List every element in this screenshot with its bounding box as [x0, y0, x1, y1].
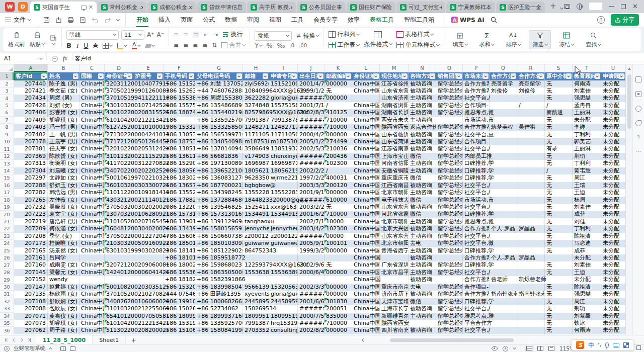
- cell-N8[interactable]: 返点合作伙: [409, 124, 436, 131]
- cell-G5[interactable]: +86 1354866895: [195, 102, 243, 109]
- row-header-8[interactable]: 8: [0, 124, 14, 131]
- cell-L31[interactable]: China中国: [352, 291, 380, 298]
- cell-Q16[interactable]: [490, 182, 517, 189]
- cell-K30[interactable]: 000000: [325, 284, 352, 291]
- cell-U10[interactable]: 未分配: [601, 138, 625, 145]
- cell-S3[interactable]: 无: [545, 87, 573, 95]
- cell-G20[interactable]: +86 1573130169: [195, 211, 243, 218]
- cell-K14[interactable]: /: [325, 167, 352, 174]
- cell-E29[interactable]: [133, 276, 164, 283]
- cell-T16[interactable]: 王瑞: [573, 182, 601, 189]
- justify-icon[interactable]: ≡: [202, 42, 207, 48]
- file-tab[interactable]: S可过_支付宝+_滴滴: [396, 2, 445, 13]
- cell-U36[interactable]: 未分配: [601, 327, 625, 334]
- cell-B5[interactable]: 刘妍 (女): [48, 102, 79, 109]
- scroll-up-arrow-icon[interactable]: [628, 67, 631, 70]
- cell-U11[interactable]: 未分配: [601, 145, 625, 152]
- cell-T4[interactable]: 强思喆: [573, 95, 601, 102]
- cell-B3[interactable]: 季文茹 (女): [48, 87, 79, 95]
- cell-H31[interactable]: xyevents@: [243, 291, 269, 298]
- cell-U30[interactable]: 未分配: [601, 284, 625, 291]
- cell-C17[interactable]: China中国: [79, 189, 105, 196]
- cell-O14[interactable]: 留学总经办: [436, 167, 463, 174]
- cell-L13[interactable]: China中国: [352, 160, 380, 167]
- cell-L6[interactable]: China中国: [352, 109, 380, 116]
- menu-tab-开始[interactable]: 开始: [132, 14, 153, 26]
- cell-T29[interactable]: 未分配: [573, 276, 601, 283]
- cell-J22[interactable]: 2003/4/2: [298, 225, 325, 232]
- system-label[interactable]: 业财管理系统: [14, 345, 45, 352]
- cell-C29[interactable]: [79, 276, 105, 283]
- cell-N2[interactable]: 被动咨询: [409, 80, 436, 87]
- cell-S32[interactable]: 无: [545, 298, 573, 305]
- cell-A25[interactable]: 207165: [14, 247, 48, 254]
- cell-U16[interactable]: 未分配: [601, 182, 625, 189]
- menu-tab-表格工具[interactable]: 表格工具: [365, 14, 398, 26]
- filter-dropdown-button[interactable]: [73, 73, 78, 79]
- cell-D29[interactable]: [105, 276, 133, 283]
- cell-M27[interactable]: 广东省深圳: [380, 261, 409, 269]
- restore-icon[interactable]: [621, 4, 626, 9]
- cell-B20[interactable]: 袁文宇 (女): [48, 211, 79, 218]
- cell-P30[interactable]: 合作项目-: [463, 284, 490, 291]
- cell-A12[interactable]: 207369: [14, 153, 48, 160]
- cell-B25[interactable]: 汤景然 (女): [48, 247, 79, 254]
- fullscreen-icon[interactable]: [636, 345, 641, 350]
- cell-P33[interactable]: 社交平台,/: [463, 305, 490, 312]
- cell-H33[interactable]: 150269534: [243, 305, 269, 312]
- cell-T10[interactable]: 郭美艺: [573, 138, 601, 145]
- sum-button[interactable]: Σ 求和: [475, 30, 498, 49]
- cell-B33[interactable]: 包欣辰 (女): [48, 305, 79, 312]
- cell-G35[interactable]: +86 1335925706: [195, 320, 243, 327]
- horizontal-scrollbar-thumb[interactable]: [390, 338, 514, 342]
- cell-B18[interactable]: 左佳薇 (女): [48, 197, 79, 204]
- cell-R16[interactable]: [517, 182, 545, 189]
- cell-I28[interactable]: 155363896: [269, 269, 298, 276]
- cell-J13[interactable]: ########: [298, 160, 325, 167]
- cell-N5[interactable]: 主动咨询: [409, 102, 436, 109]
- cell-S26[interactable]: [545, 254, 573, 261]
- cell-H26[interactable]: [243, 254, 269, 261]
- cell-B4[interactable]: 周煜 (男): [48, 95, 79, 102]
- cell-D24[interactable]: 210303200509160922: [105, 240, 133, 247]
- row-header-11[interactable]: 11: [0, 145, 14, 152]
- cell-M20[interactable]: 河北省张家: [380, 211, 409, 218]
- cell-A36[interactable]: 207062: [14, 327, 48, 334]
- column-header-J[interactable]: J: [298, 64, 325, 72]
- cell-N10[interactable]: 主动咨询: [409, 138, 436, 145]
- header-cell-M[interactable]: 现住地址: [380, 72, 409, 80]
- cell-T15[interactable]: 周江: [573, 174, 601, 182]
- cell-Q2[interactable]: 亮哥留学: [490, 80, 517, 87]
- cell-K26[interactable]: [325, 254, 352, 261]
- cell-P2[interactable]: 合作方推荐: [463, 80, 490, 87]
- cell-A3[interactable]: 207421: [14, 87, 48, 95]
- row-header-34[interactable]: 34: [0, 313, 14, 320]
- cell-B36[interactable]: 周子路 (女): [48, 327, 79, 334]
- cell-N9[interactable]: 被动咨询: [409, 131, 436, 138]
- cell-J36[interactable]: 2002/8/20: [298, 327, 325, 334]
- cell-J31[interactable]: ########: [298, 291, 325, 298]
- cell-Q3[interactable]: 刘俊伶: [490, 87, 517, 95]
- cell-N26[interactable]: 被动咨询: [409, 254, 436, 261]
- cell-G14[interactable]: +86 1396522100: [195, 167, 243, 174]
- help-icon[interactable]: ?: [637, 135, 640, 140]
- file-tab[interactable]: S英国留学生✕: [30, 2, 97, 13]
- cell-M16[interactable]: 江西省南昌: [380, 182, 409, 189]
- header-cell-S[interactable]: 原中介机: [545, 72, 573, 80]
- cell-O2[interactable]: 留学总经办: [436, 80, 463, 87]
- cell-U29[interactable]: 未分配: [601, 276, 625, 283]
- cell-P12[interactable]: 内部员工推: [463, 153, 490, 160]
- increase-font-icon[interactable]: A⁺: [147, 32, 154, 38]
- cell-Q17[interactable]: [490, 189, 517, 196]
- cell-U4[interactable]: 未分配: [601, 95, 625, 102]
- cell-D17[interactable]: 110112200109181419: [105, 189, 133, 196]
- cell-H32[interactable]: 244589596: [243, 298, 269, 305]
- cell-R33[interactable]: [517, 305, 545, 312]
- new-tab-button[interactable]: +: [550, 2, 556, 11]
- cell-J25[interactable]: 1999/3/2: [298, 247, 325, 254]
- sort-button[interactable]: A↓ 排序: [502, 30, 524, 49]
- row-header-9[interactable]: 9: [0, 131, 14, 138]
- cell-A18[interactable]: 207265: [14, 197, 48, 204]
- cell-S2[interactable]: 无: [545, 80, 573, 87]
- cell-U35[interactable]: 未分配: [601, 320, 625, 327]
